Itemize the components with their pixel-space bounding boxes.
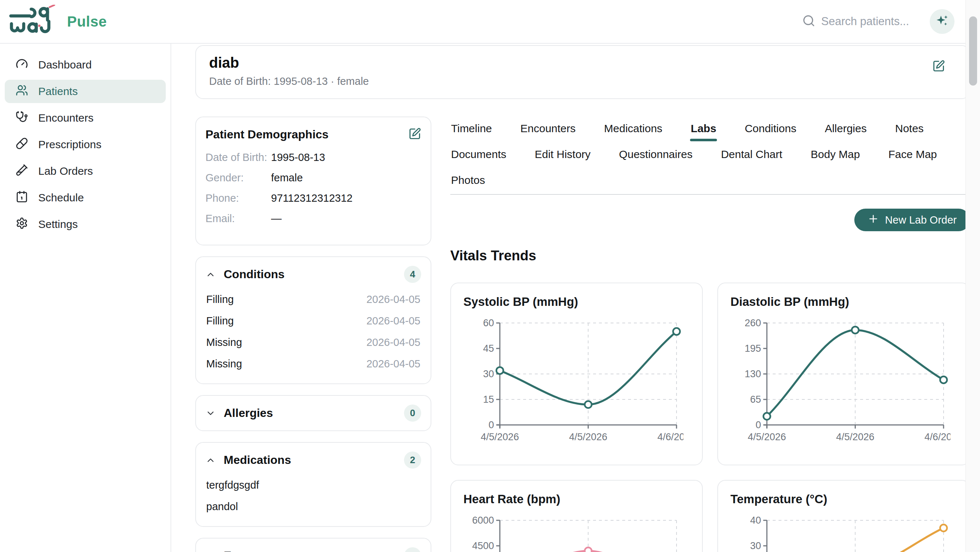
line-chart: 0102030404/5/20264/5/20264/6/2026 xyxy=(730,515,950,552)
content-columns: Patient Demographics Date of Birth:1995-… xyxy=(195,116,970,552)
item-name: Filling xyxy=(206,315,234,327)
svg-text:4/5/2026: 4/5/2026 xyxy=(748,431,786,443)
tab-row: TimelineEncountersMedicationsLabsConditi… xyxy=(450,116,970,142)
vitals-trends-title: Vitals Trends xyxy=(450,248,970,263)
sidebar-item-settings[interactable]: Settings xyxy=(5,213,166,236)
demographics-row: Email:— xyxy=(205,213,421,225)
field-value: — xyxy=(271,213,282,225)
vitals-charts-grid: Systolic BP (mmHg)0153045604/5/20264/5/2… xyxy=(450,282,970,552)
new-lab-order-label: New Lab Order xyxy=(885,214,957,226)
gear-icon xyxy=(16,217,28,232)
svg-text:4/5/2026: 4/5/2026 xyxy=(836,431,874,443)
list-item: tergfdgsgdf xyxy=(205,474,421,496)
scrollbar-thumb[interactable] xyxy=(969,16,977,86)
count-badge: 4 xyxy=(404,266,421,283)
svg-text:4/6/2026: 4/6/2026 xyxy=(924,431,950,443)
scrollbar-track[interactable] xyxy=(966,0,980,552)
active-tab-underline xyxy=(690,139,717,141)
gauge-icon xyxy=(16,57,28,73)
sidebar-item-patients[interactable]: Patients xyxy=(5,80,166,103)
tab-face-map[interactable]: Face Map xyxy=(888,143,937,168)
field-label: Email: xyxy=(205,213,271,225)
svg-text:130: 130 xyxy=(745,368,761,379)
chart-title: Temperature (°C) xyxy=(730,492,957,506)
sidebar-item-prescriptions[interactable]: Prescriptions xyxy=(5,133,166,156)
tab-timeline[interactable]: Timeline xyxy=(450,117,493,142)
svg-text:0: 0 xyxy=(756,419,761,430)
tab-row: Photos xyxy=(450,168,970,194)
edit-demographics-button[interactable] xyxy=(408,127,421,141)
tab-labs[interactable]: Labs xyxy=(690,117,717,142)
svg-text:60: 60 xyxy=(483,317,494,328)
medications-panel: Medications2tergfdgsgdfpandol xyxy=(195,442,431,527)
sidebar-item-label: Dashboard xyxy=(38,59,92,71)
tab-edit-history[interactable]: Edit History xyxy=(534,143,591,168)
tab-notes[interactable]: Notes xyxy=(894,117,924,142)
list-item: Filling2026-04-05 xyxy=(205,289,421,310)
app-name: Pulse xyxy=(67,13,107,30)
field-label: Phone: xyxy=(205,192,271,204)
edit-patient-button[interactable] xyxy=(932,60,945,73)
tab-medications[interactable]: Medications xyxy=(603,117,663,142)
sidebar: DashboardPatientsEncountersPrescriptions… xyxy=(0,44,171,552)
svg-text:4/5/2026: 4/5/2026 xyxy=(480,431,519,443)
tab-allergies[interactable]: Allergies xyxy=(824,117,867,142)
patient-subtitle: Date of Birth: 1995-08-13 · female xyxy=(209,75,956,87)
tab-encounters[interactable]: Encounters xyxy=(520,117,576,142)
panel-header[interactable]: Medications2 xyxy=(205,452,421,469)
vitals-chart-card: Diastolic BP (mmHg)0651301952604/5/20264… xyxy=(718,282,970,465)
sidebar-item-encounters[interactable]: Encounters xyxy=(5,106,166,130)
panel-title: Medications xyxy=(224,453,396,467)
panel-title: Allergies xyxy=(224,406,396,420)
svg-text:4/6/2026: 4/6/2026 xyxy=(657,431,683,443)
item-name: Missing xyxy=(206,358,242,370)
vitals-chart-card: Heart Rate (bpm)015003000450060004/5/202… xyxy=(450,480,703,552)
app-shell: DashboardPatientsEncountersPrescriptions… xyxy=(0,44,980,552)
svg-text:4/5/2026: 4/5/2026 xyxy=(569,431,607,443)
calendar-icon xyxy=(16,190,28,205)
field-value: female xyxy=(271,172,303,184)
list-item: Filling2026-04-05 xyxy=(205,310,421,332)
list-item: Missing2026-04-05 xyxy=(205,332,421,353)
line-chart: 015003000450060004/5/20264/5/20264/6/202… xyxy=(463,515,683,552)
demographics-row: Gender:female xyxy=(205,172,421,184)
tab-questionnaires[interactable]: Questionnaires xyxy=(618,143,693,168)
panel-header[interactable]: Allergies0 xyxy=(205,404,421,422)
sidebar-item-dashboard[interactable]: Dashboard xyxy=(5,53,166,76)
search-input[interactable] xyxy=(821,15,920,28)
item-name: tergfdgsgdf xyxy=(206,479,259,491)
pill-icon xyxy=(16,137,28,152)
users-icon xyxy=(16,84,28,99)
count-badge: 0 xyxy=(404,404,421,422)
tab-conditions[interactable]: Conditions xyxy=(744,117,797,142)
main-content: diab Date of Birth: 1995-08-13 · female … xyxy=(171,44,980,552)
svg-text:15: 15 xyxy=(483,394,494,405)
waj-logo-mark xyxy=(9,5,60,37)
app-header: Pulse xyxy=(0,0,980,44)
svg-text:6000: 6000 xyxy=(472,515,494,526)
panel-header[interactable]: Conditions4 xyxy=(205,266,421,283)
tab-dental-chart[interactable]: Dental Chart xyxy=(720,143,783,168)
sidebar-item-schedule[interactable]: Schedule xyxy=(5,186,166,209)
new-lab-order-button[interactable]: New Lab Order xyxy=(854,209,970,231)
item-name: Missing xyxy=(206,336,242,349)
tab-body-map[interactable]: Body Map xyxy=(810,143,861,168)
app-logo[interactable] xyxy=(9,5,60,38)
line-chart: 0153045604/5/20264/5/20264/6/2026 xyxy=(463,317,683,453)
item-date: 2026-04-05 xyxy=(366,315,420,327)
encounters-panel: Encounters5 xyxy=(195,538,431,552)
line-chart: 0651301952604/5/20264/5/20264/6/2026 xyxy=(730,317,950,453)
sidebar-item-lab-orders[interactable]: Lab Orders xyxy=(5,160,166,183)
tab-photos[interactable]: Photos xyxy=(450,169,486,194)
chevron-down-icon xyxy=(205,408,216,418)
ai-assistant-button[interactable] xyxy=(930,9,955,34)
field-value: 97112312312312 xyxy=(271,192,353,204)
svg-text:260: 260 xyxy=(745,317,761,328)
edit-icon xyxy=(932,68,945,73)
sidebar-item-label: Settings xyxy=(38,218,78,230)
search-box[interactable] xyxy=(802,14,920,29)
panel-header[interactable]: Encounters5 xyxy=(205,547,421,552)
sidebar-item-label: Encounters xyxy=(38,112,94,124)
count-badge: 2 xyxy=(404,452,421,469)
tab-documents[interactable]: Documents xyxy=(450,143,507,168)
